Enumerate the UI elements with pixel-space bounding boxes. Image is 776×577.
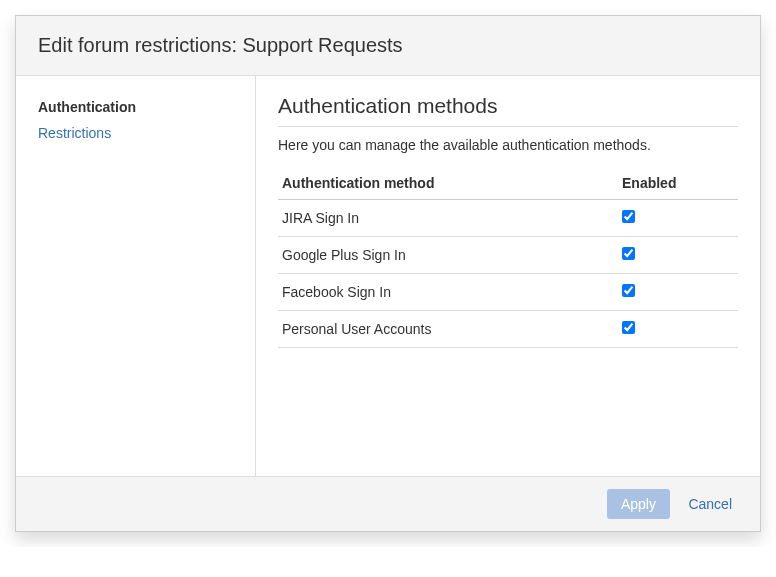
auth-method-name: Facebook Sign In: [278, 274, 618, 311]
table-row: JIRA Sign In: [278, 200, 738, 237]
auth-method-enabled-checkbox[interactable]: [622, 284, 635, 297]
table-row: Personal User Accounts: [278, 311, 738, 348]
dialog-title: Edit forum restrictions: Support Request…: [38, 34, 738, 57]
sidebar-item-restrictions[interactable]: Restrictions: [16, 120, 255, 146]
edit-forum-restrictions-dialog: Edit forum restrictions: Support Request…: [15, 15, 761, 532]
auth-method-enabled-checkbox[interactable]: [622, 247, 635, 260]
auth-method-enabled-checkbox[interactable]: [622, 210, 635, 223]
dialog-footer: Apply Cancel: [16, 476, 760, 531]
dialog-header: Edit forum restrictions: Support Request…: [16, 16, 760, 76]
auth-method-enabled-checkbox[interactable]: [622, 321, 635, 334]
apply-button[interactable]: Apply: [607, 489, 670, 519]
auth-method-name: JIRA Sign In: [278, 200, 618, 237]
dialog-body: Authentication Restrictions Authenticati…: [16, 76, 760, 476]
cancel-button[interactable]: Cancel: [682, 489, 738, 519]
table-row: Facebook Sign In: [278, 274, 738, 311]
auth-method-name: Personal User Accounts: [278, 311, 618, 348]
column-header-method: Authentication method: [278, 167, 618, 200]
section-title: Authentication methods: [278, 94, 738, 127]
section-description: Here you can manage the available authen…: [278, 137, 738, 153]
auth-method-name: Google Plus Sign In: [278, 237, 618, 274]
column-header-enabled: Enabled: [618, 167, 738, 200]
main-panel: Authentication methods Here you can mana…: [256, 76, 760, 476]
sidebar: Authentication Restrictions: [16, 76, 256, 476]
sidebar-item-authentication[interactable]: Authentication: [16, 94, 255, 120]
auth-methods-table: Authentication method Enabled JIRA Sign …: [278, 167, 738, 348]
table-row: Google Plus Sign In: [278, 237, 738, 274]
